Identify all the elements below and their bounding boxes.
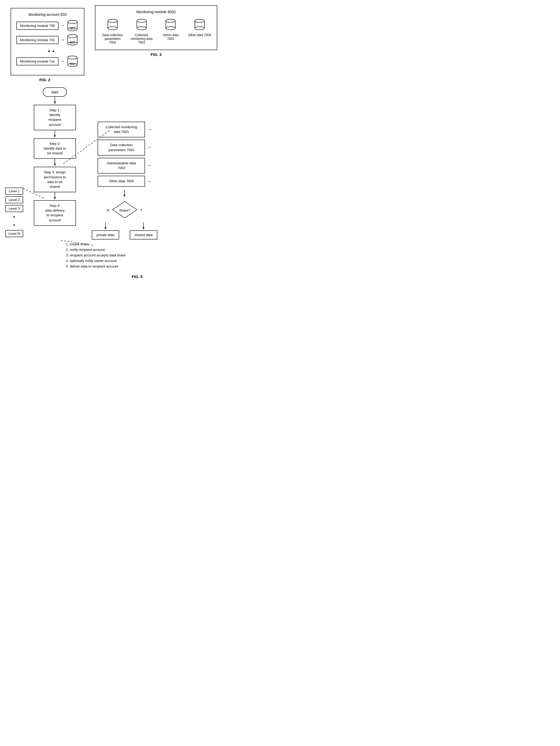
- fig5-layout: Level 1Level 2Level 3••Level N start Ste…: [5, 87, 232, 239]
- fig3-item-label-1: Collected monitoring data 7001: [130, 33, 153, 44]
- fig5-label: FIG. 5: [42, 274, 232, 279]
- fig3-section: Monitoring module 8002 Data collection p…: [95, 5, 217, 57]
- data-type-box-3: Other data 7004: [97, 176, 145, 187]
- fig3-items: Data collection parameters 7002 Collecte…: [101, 19, 211, 44]
- step1-box: Step 1: identify recipient account: [34, 105, 76, 130]
- level-box-2: Level 3: [5, 205, 23, 212]
- module-box-2: Monitoring module 7xx: [16, 57, 59, 65]
- arrow-icon-1: →: [60, 37, 65, 43]
- levels-dots: •: [5, 214, 23, 220]
- fig3-label: FIG. 3: [95, 52, 217, 57]
- fig3-cylinder-0: [107, 19, 119, 31]
- level-box-1: Level 2: [5, 196, 23, 203]
- data-arrow-0: →: [147, 127, 151, 133]
- data-boxes: Collected monitoring data 7001→Data coll…: [97, 122, 151, 189]
- delivery-step-5: 5. deliver data to recipient account: [66, 264, 232, 269]
- fig3-item-2: Admin data 7003: [159, 19, 182, 40]
- svg-marker-51: [123, 195, 125, 197]
- top-section: Monitoring account 803 Monitoring module…: [5, 5, 232, 82]
- fig3-title: Monitoring module 8002: [101, 10, 211, 14]
- delivery-note-wrap: 1. create share2. notify recipient accou…: [66, 241, 232, 269]
- data-arrow-1: →: [147, 145, 151, 150]
- arrow-icon-0: →: [60, 23, 65, 28]
- svg-point-29: [137, 19, 146, 22]
- module-row-0: Monitoring module 700→ 901: [16, 20, 79, 31]
- data-arrow-2: →: [147, 163, 151, 168]
- center-flow: start Step 1: identify recipient account…: [34, 87, 76, 226]
- private-outcome: private data: [92, 222, 119, 239]
- level-box-3: Level N: [5, 230, 23, 237]
- svg-point-34: [166, 27, 175, 30]
- diamond-wrap: Share?: [112, 200, 138, 220]
- levels-column: Level 1Level 2Level 3••Level N: [5, 188, 23, 237]
- shared-outcome: shared data: [130, 222, 157, 239]
- data-type-box-2: Administrative data 7003: [97, 158, 145, 174]
- fig3-container: Monitoring module 8002 Data collection p…: [95, 5, 217, 50]
- module-row-2: Monitoring module 7xx→ 9xx: [16, 55, 79, 67]
- svg-point-28: [137, 27, 146, 30]
- fig5-section: Level 1Level 2Level 3••Level N start Ste…: [5, 87, 232, 279]
- diamond-container: N Share? Y: [107, 200, 142, 220]
- data-type-row-1: Data collection parameters 7002→: [97, 140, 151, 155]
- svg-point-23: [108, 19, 117, 22]
- fig3-item-label-3: Other data 7004: [188, 33, 211, 37]
- fig2-section: Monitoring account 803 Monitoring module…: [5, 5, 84, 82]
- delivery-step-2: 2. notify recipient account: [66, 247, 232, 253]
- shared-data-box: shared data: [130, 230, 157, 239]
- svg-marker-47: [54, 164, 56, 166]
- svg-marker-56: [142, 227, 145, 230]
- fig5-wrap: Level 1Level 2Level 3••Level N start Ste…: [5, 87, 232, 269]
- svg-point-17: [68, 56, 77, 59]
- n-label: N: [107, 208, 109, 212]
- svg-point-5: [68, 20, 77, 24]
- module-box-1: Monitoring module 701: [16, 36, 59, 44]
- diamond-label: Share?: [119, 208, 130, 212]
- delivery-step-4: 4. optionally notify owner account: [66, 258, 232, 264]
- flow-left: Level 1Level 2Level 3••Level N start Ste…: [5, 87, 76, 237]
- step3-box: Step 3: assign permissions to data to be…: [34, 167, 76, 192]
- fig3-cylinder-1: [136, 19, 148, 31]
- svg-point-41: [195, 19, 204, 22]
- data-type-box-1: Data collection parameters 7002: [97, 140, 145, 155]
- svg-point-22: [108, 27, 117, 30]
- data-type-box-0: Collected monitoring data 7001: [97, 122, 145, 138]
- delivery-step-3: 3. recipient account accepts data share: [66, 253, 232, 258]
- fig3-item-label-2: Admin data 7003: [159, 33, 182, 40]
- levels-dots-2: •: [5, 222, 23, 228]
- data-type-row-0: Collected monitoring data 7001→: [97, 122, 151, 138]
- fig3-item-1: Collected monitoring data 7001: [130, 19, 153, 44]
- fig2-container: Monitoring account 803 Monitoring module…: [10, 8, 84, 76]
- cylinder-902: 902: [66, 34, 79, 46]
- fig3-cylinder-3: [194, 19, 206, 31]
- outcomes-row: private data shared data: [92, 222, 157, 239]
- fig3-item-label-0: Data collection parameters 7002: [101, 33, 124, 44]
- delivery-step-1: 1. create share: [66, 241, 232, 247]
- svg-point-40: [195, 27, 204, 30]
- svg-marker-49: [54, 197, 56, 200]
- y-label: Y: [140, 208, 142, 212]
- step4-box: Step 4: data delivery to recipient accou…: [34, 200, 76, 226]
- data-arrow-3: →: [147, 179, 151, 184]
- fig2-monitoring-account-title: Monitoring account 803: [16, 12, 79, 17]
- svg-point-35: [166, 19, 175, 22]
- fig3-item-0: Data collection parameters 7002: [101, 19, 124, 44]
- svg-marker-45: [54, 135, 56, 138]
- svg-marker-54: [105, 227, 107, 230]
- module-row-1: Monitoring module 701→ 902: [16, 34, 79, 46]
- level-box-0: Level 1: [5, 188, 23, 195]
- module-box-0: Monitoring module 700: [16, 22, 59, 30]
- arrow-icon-2: →: [60, 59, 65, 64]
- svg-marker-43: [54, 102, 56, 104]
- cylinder-901: 901: [66, 20, 79, 31]
- data-type-row-2: Administrative data 7003→: [97, 158, 151, 174]
- svg-point-11: [68, 34, 77, 38]
- data-type-row-3: Other data 7004→: [97, 176, 151, 187]
- private-data-box: private data: [92, 230, 119, 239]
- dots-separator: • •: [24, 48, 79, 54]
- fig2-modules: Monitoring module 700→ 901Monitoring mod…: [16, 20, 79, 67]
- cylinder-9xx: 9xx: [66, 55, 79, 67]
- fig3-cylinder-2: [165, 19, 177, 31]
- fig3-item-3: Other data 7004: [188, 19, 211, 37]
- delivery-note: 1. create share2. notify recipient accou…: [66, 241, 232, 269]
- step2-box: Step 2: identify data to be shared: [34, 138, 76, 159]
